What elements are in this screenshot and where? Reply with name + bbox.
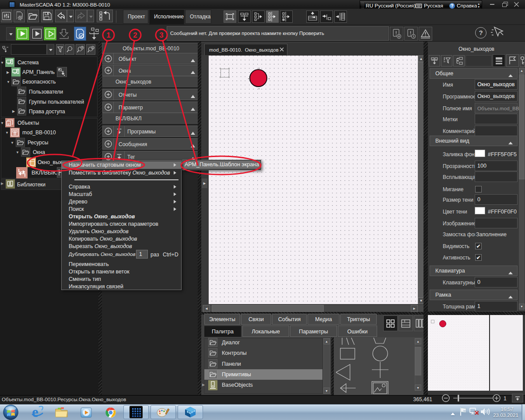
svg-text:1: 1 [504,396,507,402]
svg-text:e: e [32,405,38,420]
